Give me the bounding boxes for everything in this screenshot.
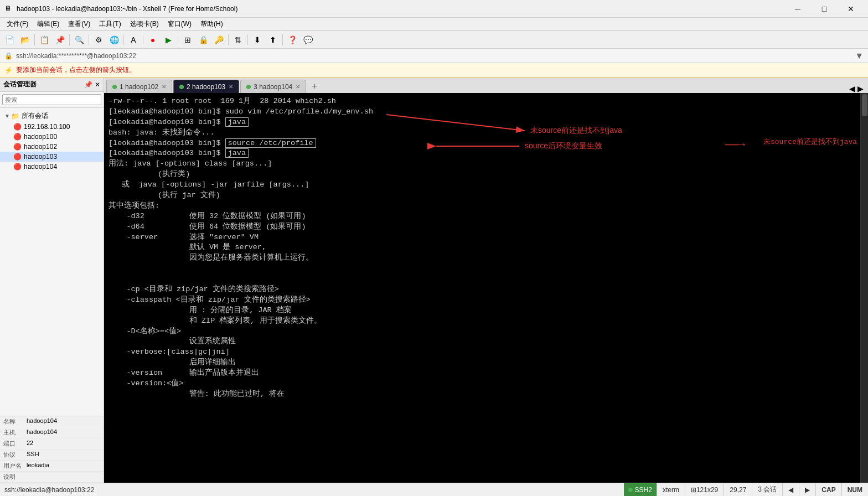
toolbar-help[interactable]: ❓ [285,33,299,46]
tree-item-label: hadoop103 [24,153,57,161]
status-nav-next[interactable]: ▶ [799,483,815,497]
toolbar-transfer[interactable]: ⇅ [231,33,245,46]
status-num: NUM [841,483,868,497]
search-input[interactable] [2,94,101,105]
toolbar-green[interactable]: ▶ [161,33,175,46]
address-bar: 🔒 ssh://leokadia:***********@hadoop103:2… [0,49,868,63]
toolbar-font[interactable]: A [126,33,141,46]
sidebar-item-hadoop104[interactable]: 🔴 hadoop104 [0,162,104,172]
toolbar-settings[interactable]: ⚙ [91,33,106,46]
toolbar-info[interactable]: 💬 [301,33,315,46]
prop-name: 名称 hadoop104 [0,416,104,427]
toolbar-new[interactable]: 📄 [2,33,17,46]
status-pos: 29,27 [724,483,752,497]
sidebar-close-icon[interactable]: ✕ [95,81,100,89]
window-title: hadoop103 - leokadia@hadoop103:~/bin - X… [17,5,785,13]
minimize-button[interactable]: ─ [785,0,810,18]
toolbar: 📄 📂 📋 📌 🔍 ⚙ 🌐 A ● ▶ ⊞ 🔒 🔑 ⇅ ⬇ ⬆ ❓ 💬 [0,31,868,49]
address-bar-arrow[interactable]: ▼ [855,51,864,61]
menu-file[interactable]: 文件(F) [2,18,33,30]
term-line: [leokadia@hadoop103 bin]$ source /etc/pr… [108,138,856,149]
status-connection-text: ssh://leokadia@hadoop103:22 [4,486,94,494]
status-ssh-text: SSH2 [635,486,652,494]
term-line: -version:<值> [108,379,856,389]
session-tree: ▼ 📁 所有会话 🔴 192.168.10.100 🔴 hadoop100 🔴 … [0,108,104,416]
menu-tabs[interactable]: 选项卡(B) [126,18,163,30]
toolbar-download[interactable]: ⬇ [250,33,265,46]
prop-label-desc: 说明 [3,473,27,481]
sidebar-item-hadoop100[interactable]: 🔴 hadoop100 [0,132,104,142]
term-line: -server 选择 "server" VM [108,232,856,243]
toolbar-connect[interactable]: 🌐 [107,33,121,46]
toolbar-lock[interactable]: 🔒 [196,33,210,46]
sidebar-search[interactable] [0,92,104,108]
term-line: 启用详细输出 [108,358,856,368]
tab-close-icon[interactable]: ✕ [229,84,233,90]
close-button[interactable]: ✕ [838,0,864,18]
term-line: -cp <目录和 zip/jar 文件的类搜索路径> [108,285,856,295]
prop-value-port: 22 [27,440,33,448]
folder-icon: 📁 [11,112,19,120]
server-icon: 🔴 [13,123,22,131]
toolbar-copy[interactable]: 📋 [37,33,51,46]
lock-icon: 🔒 [4,52,13,60]
status-size-icon: ⊞ [691,486,696,494]
menu-help[interactable]: 帮助(H) [196,18,228,30]
status-dot [628,488,633,492]
terminal-scrollbar[interactable] [860,93,868,483]
tree-item-label: hadoop102 [24,143,57,151]
toolbar-red[interactable]: ● [146,33,160,46]
prop-username: 用户名 leokadia [0,461,104,472]
tab-status-dot [246,85,251,89]
sidebar-item-hadoop102[interactable]: 🔴 hadoop102 [0,142,104,152]
status-size: ⊞ 121x29 [685,483,724,497]
properties-panel: 名称 hadoop104 主机 hadoop104 端口 22 协议 SSH 用… [0,416,104,483]
term-line: -d64 使用 64 位数据模型 (如果可用) [108,222,856,232]
tab-hadoop104[interactable]: 3 hadoop104 ✕ [240,80,306,93]
toolbar-open[interactable]: 📂 [18,33,32,46]
toolbar-search[interactable]: 🔍 [72,33,86,46]
menu-window[interactable]: 窗口(W) [163,18,196,30]
sidebar-item-hadoop103[interactable]: 🔴 hadoop103 [0,152,104,162]
tree-item-label: hadoop104 [24,163,57,170]
server-icon: 🔴 [13,153,22,161]
menu-edit[interactable]: 编辑(E) [33,18,64,30]
window-controls: ─ □ ✕ [785,0,864,18]
tab-hadoop102[interactable]: 1 hadoop102 ✕ [106,80,172,93]
term-line: 默认 VM 是 server, [108,242,856,253]
term-line: 用法: java [-options] class [args...] [108,159,856,169]
tab-label: 2 hadoop103 [187,83,225,91]
tab-close-icon[interactable]: ✕ [296,84,300,90]
toolbar-paste[interactable]: 📌 [53,33,67,46]
toolbar-expand[interactable]: ⊞ [180,33,195,46]
sidebar-item-all-sessions[interactable]: ▼ 📁 所有会话 [0,110,104,122]
scrollbar-thumb[interactable] [862,94,867,116]
toolbar-key[interactable]: 🔑 [211,33,226,46]
tab-close-icon[interactable]: ✕ [162,84,166,90]
sidebar-item-192[interactable]: 🔴 192.168.10.100 [0,122,104,132]
term-line: 其中选项包括: [108,201,856,211]
prop-label-username: 用户名 [3,462,27,470]
tab-prev-button[interactable]: ◀ [849,84,855,93]
address-text: ssh://leokadia:***********@hadoop103:22 [16,52,136,60]
prop-value-username: leokadia [27,462,49,470]
maximize-button[interactable]: □ [812,0,837,18]
sidebar-pin-icon[interactable]: 📌 [84,81,92,89]
menu-tools[interactable]: 工具(T) [95,18,125,30]
term-line: [leokadia@hadoop103 bin]$ java [108,117,856,128]
toolbar-upload[interactable]: ⬆ [266,33,280,46]
status-nav-prev[interactable]: ◀ [782,483,799,497]
tab-hadoop103[interactable]: 2 hadoop103 ✕ [173,80,239,93]
status-sessions: 3 会话 [752,483,782,497]
term-line: 设置系统属性 [108,337,856,347]
term-line: -verbose:[class|gc|jni] [108,347,856,358]
terminal[interactable]: -rw-r--r--. 1 root root 169 1月 28 2014 w… [104,93,860,483]
status-sessions-text: 3 会话 [758,485,777,494]
tree-item-label: hadoop100 [24,133,57,141]
tab-next-button[interactable]: ▶ [857,84,864,93]
menu-view[interactable]: 查看(V) [64,18,95,30]
tab-status-dot [112,85,117,89]
tab-add-button[interactable]: + [307,80,321,93]
prop-label-host: 主机 [3,428,27,437]
term-line: 和 ZIP 档案列表, 用于搜索类文件。 [108,316,856,327]
